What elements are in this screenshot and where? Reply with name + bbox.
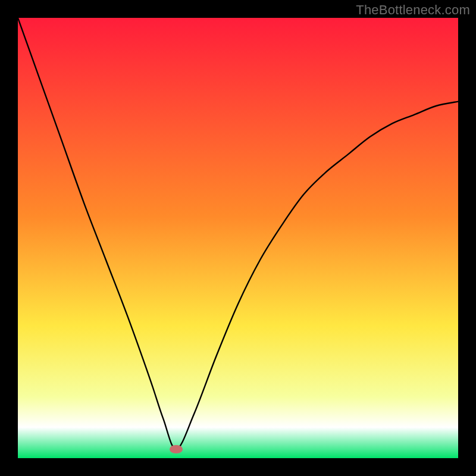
gradient-background <box>18 18 458 458</box>
optimal-point-marker <box>170 445 183 453</box>
chart-svg <box>18 18 458 458</box>
frame-right <box>458 0 476 476</box>
frame-bottom <box>0 458 476 476</box>
plot-area <box>18 18 458 458</box>
frame-left <box>0 0 18 476</box>
watermark-text: TheBottleneck.com <box>356 2 470 18</box>
